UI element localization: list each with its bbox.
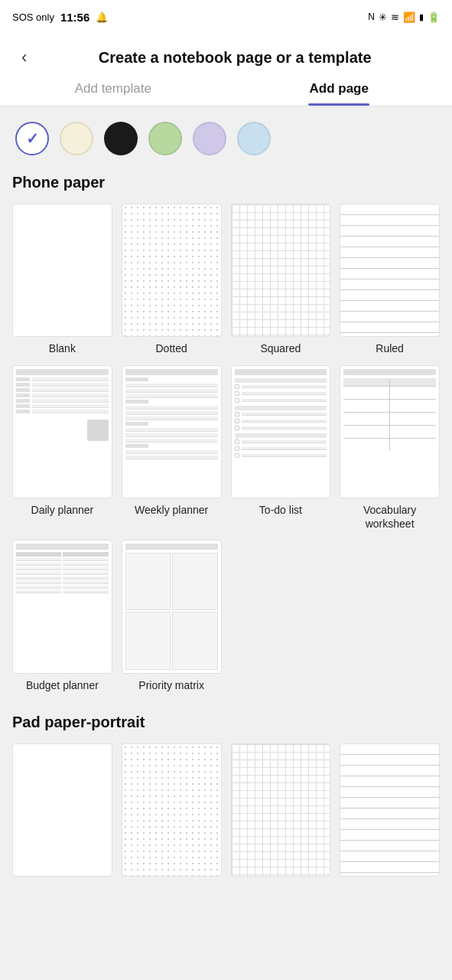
status-bar: SOS only 11:56 🔔 N ✳ ≋ 📶 ▮ 🔋	[0, 0, 452, 34]
color-lavender[interactable]	[193, 122, 226, 155]
template-blank[interactable]: Blank	[12, 204, 112, 356]
template-label-priority-matrix: Priority matrix	[138, 678, 204, 692]
wifi-icon: 📶	[403, 11, 415, 23]
template-vocabulary-worksheet[interactable]: Vocabulary worksheet	[340, 365, 440, 531]
status-time: 11:56	[60, 11, 89, 24]
template-weekly-planner[interactable]: Weekly planner	[122, 365, 222, 531]
main-content: ✓ Phone paper Blank Dotted Squared Ruled	[0, 106, 452, 897]
template-preview-daily	[12, 365, 112, 498]
template-preview-todo	[231, 365, 331, 498]
section-title-phone-paper: Phone paper	[12, 174, 440, 191]
color-white[interactable]: ✓	[15, 122, 49, 155]
template-pad-ruled[interactable]	[340, 743, 440, 881]
bell-icon: 🔔	[96, 11, 108, 23]
status-right: N ✳ ≋ 📶 ▮ 🔋	[368, 11, 440, 23]
color-green[interactable]	[148, 122, 182, 155]
template-preview-budget	[12, 540, 112, 673]
color-cream[interactable]	[60, 122, 93, 155]
tab-add-template[interactable]: Add template	[0, 81, 226, 106]
template-label-weekly-planner: Weekly planner	[135, 503, 208, 517]
vibrate-icon: ≋	[391, 11, 399, 23]
template-grid-phone-paper: Blank Dotted Squared Ruled	[12, 204, 440, 692]
template-label-dotted: Dotted	[156, 341, 187, 355]
template-preview-ruled	[340, 204, 440, 337]
bluetooth-icon: ✳	[379, 11, 387, 23]
template-pad-blank[interactable]	[12, 743, 112, 881]
template-preview-vocab	[340, 365, 440, 498]
template-preview-blank	[12, 204, 112, 337]
nfc-icon: N	[368, 11, 375, 22]
template-preview-priority	[122, 540, 222, 673]
color-picker: ✓	[12, 122, 440, 155]
template-preview-pad-ruled	[340, 743, 440, 877]
template-preview-pad-squared	[231, 743, 331, 877]
signal-icon: ▮	[419, 12, 424, 22]
template-label-daily-planner: Daily planner	[31, 503, 94, 517]
template-daily-planner[interactable]: Daily planner	[12, 365, 112, 531]
template-todo-list[interactable]: To-do list	[231, 365, 331, 531]
template-priority-matrix[interactable]: Priority matrix	[122, 540, 222, 692]
template-pad-squared[interactable]	[231, 743, 331, 881]
status-left: SOS only 11:56 🔔	[12, 11, 108, 24]
template-preview-dotted	[122, 204, 222, 337]
template-preview-pad-blank	[12, 743, 112, 877]
template-preview-weekly	[122, 365, 222, 498]
template-preview-squared	[231, 204, 331, 337]
tabs-container: Add template Add page	[0, 69, 452, 106]
battery-icon: 🔋	[428, 11, 440, 23]
header: ‹ Create a notebook page or a template	[0, 34, 452, 69]
template-pad-dotted[interactable]	[122, 743, 222, 881]
color-lightblue[interactable]	[237, 122, 271, 155]
template-label-budget-planner: Budget planner	[26, 678, 99, 692]
template-label-todo-list: To-do list	[259, 503, 302, 517]
template-label-blank: Blank	[49, 341, 76, 355]
section-title-pad-paper: Pad paper-portrait	[12, 714, 440, 731]
template-ruled[interactable]: Ruled	[340, 204, 440, 356]
sos-label: SOS only	[12, 11, 54, 23]
color-black[interactable]	[104, 122, 138, 155]
template-dotted[interactable]: Dotted	[122, 204, 222, 356]
template-budget-planner[interactable]: Budget planner	[12, 540, 112, 692]
tab-add-page[interactable]: Add page	[226, 81, 453, 106]
template-label-ruled: Ruled	[376, 341, 404, 355]
template-grid-pad-paper	[12, 743, 440, 881]
template-label-vocabulary-worksheet: Vocabulary worksheet	[340, 503, 440, 531]
page-title: Create a notebook page or a template	[33, 47, 437, 67]
template-preview-pad-dotted	[122, 743, 222, 877]
template-squared[interactable]: Squared	[231, 204, 331, 356]
back-button[interactable]: ‹	[15, 46, 33, 69]
template-label-squared: Squared	[260, 341, 301, 355]
